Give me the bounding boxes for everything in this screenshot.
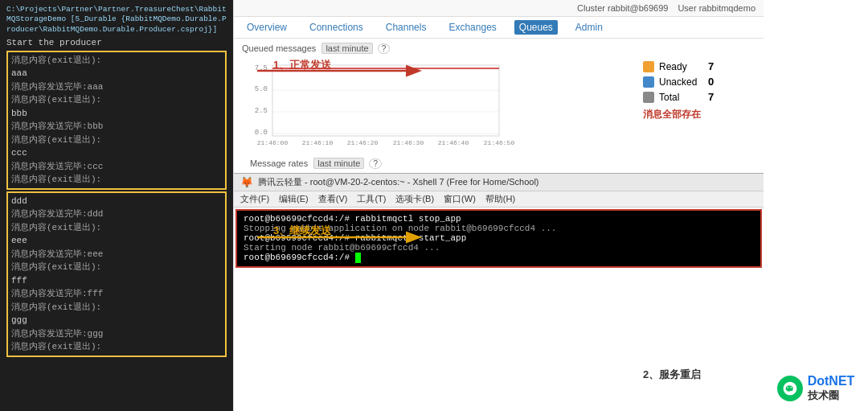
wechat-icon <box>777 376 803 401</box>
nav-channels[interactable]: Channels <box>381 20 432 35</box>
legend-unacked: Unacked 0 <box>643 76 747 88</box>
terminal-line: 消息内容发送完毕:ddd <box>11 208 222 221</box>
terminal-line: ggg <box>11 314 222 327</box>
terminal-line: 消息内容(exit退出): <box>11 134 222 147</box>
terminal-line: 消息内容(exit退出): <box>11 54 222 68</box>
brand-text: DotNET 技术圈 <box>808 374 855 403</box>
chart-svg-wrapper: 7.5 5.0 2.5 0.0 <box>250 60 635 152</box>
total-dot <box>643 92 654 103</box>
ready-label: Ready <box>659 61 703 72</box>
terminal-line: 消息内容(exit退出): <box>11 301 222 314</box>
xshell-menubar[interactable]: 文件(F) 编辑(E) 查看(V) 工具(T) 选项卡(B) 窗口(W) 帮助(… <box>234 191 764 208</box>
brand-logo: DotNET 技术圈 <box>777 374 855 403</box>
svg-text:0.0: 0.0 <box>255 129 268 137</box>
unacked-value: 0 <box>708 76 714 88</box>
terminal-line: ccc <box>11 146 222 160</box>
legend-ready: Ready 7 <box>643 60 747 72</box>
terminal-line: bbb <box>11 107 222 121</box>
menu-tools[interactable]: 工具(T) <box>357 193 386 205</box>
ready-dot <box>643 61 654 72</box>
nav-exchanges[interactable]: Exchanges <box>444 20 501 35</box>
terminal-line: 消息内容(exit退出): <box>11 340 222 354</box>
rabbitmq-topbar: Cluster rabbit@b69699 User rabbitmqdemo <box>234 0 764 17</box>
chart-help-icon[interactable]: ? <box>378 43 391 54</box>
rates-help-icon[interactable]: ? <box>369 158 382 169</box>
svg-text:21:46:00: 21:46:00 <box>257 139 289 146</box>
terminal-line: 消息内容发送完毕:fff <box>11 287 222 301</box>
nav-admin[interactable]: Admin <box>571 20 608 35</box>
terminal-line: 消息内容发送完毕:eee <box>11 248 222 261</box>
terminal-line: 消息内容发送完毕:ccc <box>11 160 222 174</box>
terminal-line: fff <box>11 274 222 288</box>
menu-edit[interactable]: 编辑(E) <box>279 193 309 205</box>
unacked-label: Unacked <box>659 76 703 88</box>
menu-file[interactable]: 文件(F) <box>240 193 269 205</box>
total-value: 7 <box>708 91 714 103</box>
svg-text:21:46:40: 21:46:40 <box>438 139 469 146</box>
brand-dotnet: DotNET <box>808 374 855 388</box>
menu-tabs[interactable]: 选项卡(B) <box>395 193 434 205</box>
xshell-icon: 🦊 <box>240 176 253 188</box>
brand-tech: 技术圈 <box>808 388 839 403</box>
unacked-dot <box>643 76 654 88</box>
xshell-line-4: Starting node rabbit@b69699cfccd4 ... <box>244 243 754 253</box>
terminal-line: 消息内容发送完毕:ggg <box>11 327 222 341</box>
rabbitmq-nav[interactable]: Overview Connections Channels Exchanges … <box>234 17 764 39</box>
brand-panel: DotNET 技术圈 <box>764 0 868 411</box>
annotation-3: 3、继续发送 <box>273 224 331 238</box>
ready-value: 7 <box>708 60 714 72</box>
xshell-titlebar: 🦊 腾讯云轻量 - root@VM-20-2-centos:~ - Xshell… <box>234 174 764 191</box>
start-line: Start the producer <box>6 36 227 50</box>
terminal-line: 消息内容发送完毕:aaa <box>11 80 222 94</box>
svg-text:21:46:20: 21:46:20 <box>347 139 379 146</box>
terminal-line: eee <box>11 234 222 248</box>
xshell-line-1: root@b69699cfccd4:/# rabbitmqctl stop_ap… <box>244 214 754 224</box>
xshell-wrapper: 🦊 腾讯云轻量 - root@VM-20-2-centos:~ - Xshell… <box>234 173 764 269</box>
xshell-title: 腾讯云轻量 - root@VM-20-2-centos:~ - Xshell 7… <box>258 176 539 188</box>
terminal-cursor <box>355 253 361 263</box>
menu-window[interactable]: 窗口(W) <box>444 193 476 205</box>
annotation-2: 2、服务重启 <box>643 368 701 382</box>
svg-rect-10 <box>272 65 499 136</box>
svg-text:21:46:50: 21:46:50 <box>484 139 515 146</box>
annotation-1: 1、正常发送 <box>273 58 331 72</box>
main-content: 1、正常发送 3、继续发送 Cluster rabbit@b69699 User… <box>233 0 868 411</box>
svg-text:21:46:30: 21:46:30 <box>393 139 424 146</box>
rates-section: Message rates last minute ? <box>242 157 755 171</box>
chart-timerange[interactable]: last minute <box>321 43 372 54</box>
nav-queues[interactable]: Queues <box>514 20 558 35</box>
svg-text:7.5: 7.5 <box>255 64 268 72</box>
total-label: Total <box>659 92 703 103</box>
user-info: User rabbitmqdemo <box>678 3 755 13</box>
svg-text:21:46:10: 21:46:10 <box>302 139 334 146</box>
terminal-line: 消息内容(exit退出): <box>11 173 222 187</box>
legend-total: Total 7 <box>643 91 747 103</box>
svg-text:2.5: 2.5 <box>255 107 268 115</box>
terminal-line: ddd <box>11 195 222 208</box>
xshell-terminal: root@b69699cfccd4:/# rabbitmqctl stop_ap… <box>235 209 762 268</box>
chart-title: Queued messages last minute ? <box>242 43 755 53</box>
nav-connections[interactable]: Connections <box>305 20 368 35</box>
nav-overview[interactable]: Overview <box>242 20 292 35</box>
svg-text:5.0: 5.0 <box>255 85 268 93</box>
cluster-info: Cluster rabbit@b69699 <box>577 3 668 13</box>
left-terminal-panel: C:\Projects\Partner\Partner.TreasureChes… <box>0 0 233 411</box>
menu-help[interactable]: 帮助(H) <box>485 193 515 205</box>
terminal-line: 消息内容(exit退出): <box>11 261 222 274</box>
terminal-line: aaa <box>11 67 222 80</box>
project-path: C:\Projects\Partner\Partner.TreasureChes… <box>6 5 227 35</box>
queued-messages-chart: 7.5 5.0 2.5 0.0 <box>250 60 523 149</box>
terminal-line: 消息内容(exit退出): <box>11 221 222 235</box>
terminal-line: 消息内容发送完毕:bbb <box>11 120 222 134</box>
annotation-all-present: 消息全部存在 <box>643 108 747 121</box>
chart-legend: Ready 7 Unacked 0 Total 7 <box>643 60 747 152</box>
xshell-line-5: root@b69699cfccd4:/# <box>244 253 754 263</box>
menu-view[interactable]: 查看(V) <box>318 193 348 205</box>
rates-timerange[interactable]: last minute <box>313 158 364 169</box>
rates-label: Message rates <box>250 158 308 168</box>
terminal-line: 消息内容(exit退出): <box>11 93 222 107</box>
